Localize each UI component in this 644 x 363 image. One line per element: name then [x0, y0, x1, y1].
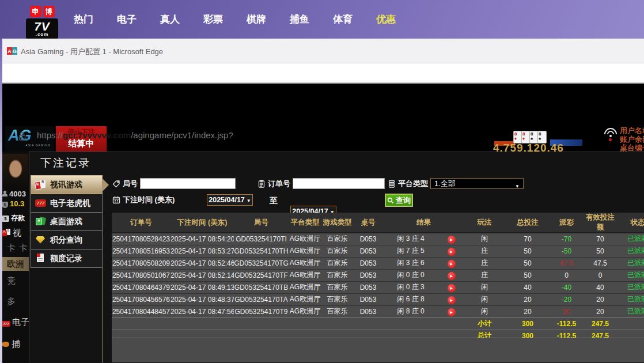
- database-icon: [388, 180, 396, 188]
- search-icon: [387, 197, 394, 204]
- top-nav-items: 热门电子真人彩票棋牌捕鱼体育优惠: [74, 0, 396, 39]
- col-header: 订单号: [112, 213, 171, 233]
- col-header: 下注时间 (美东): [171, 213, 234, 233]
- col-header: 桌号: [353, 213, 383, 233]
- clipboard-icon: [257, 180, 266, 188]
- site-logo[interactable]: 申 博 7V .com: [26, 6, 58, 39]
- col-header: 玩法: [464, 213, 505, 233]
- chevron-down-icon: ▼: [247, 198, 251, 203]
- browser-titlebar: AG Asia Gaming - 用户配置 1 - Microsoft Edge: [0, 39, 644, 63]
- video-cards-icon: 9K: [35, 180, 47, 190]
- replay-button[interactable]: ▶: [448, 284, 456, 292]
- logo-badge-shen: 申: [30, 6, 41, 17]
- date-from-select[interactable]: 2025/04/17▼: [207, 194, 253, 206]
- chevron-down-icon: ▼: [515, 181, 520, 191]
- nav-item-5[interactable]: 捕鱼: [290, 13, 309, 26]
- table-row: 2504170804643792025-04-17 08:49:13GD0532…: [112, 281, 644, 293]
- bg-menu-dianzi[interactable]: 777电子: [0, 317, 29, 328]
- round-number-input[interactable]: [140, 178, 236, 189]
- col-header: 状态: [618, 213, 644, 233]
- bg-menu-bu[interactable]: 捕: [0, 339, 20, 350]
- wifi-icon: [603, 127, 619, 139]
- site-nav-bar: 申 博 7V .com 热门电子真人彩票棋牌捕鱼体育优惠: [0, 0, 644, 39]
- search-button[interactable]: 查询: [385, 194, 413, 207]
- table-games-icon: ♣: [35, 217, 47, 227]
- user-avatar: [2, 154, 28, 191]
- bg-menu-card[interactable]: 卡卡: [0, 243, 31, 254]
- user-info-label: 账户余额: [620, 135, 644, 143]
- bet-records-table: 订单号下注时间 (美东)局号平台类型游戏类型桌号结果玩法总投注派彩有效投注额状态…: [112, 213, 644, 342]
- table-row: 2504170805010672025-04-17 08:52:14GD0532…: [112, 269, 644, 281]
- bg-menu-video[interactable]: 9K视: [0, 228, 21, 239]
- person-icon: [2, 191, 7, 196]
- col-header: 平台类型: [289, 213, 321, 233]
- col-header: 局号: [234, 213, 289, 233]
- online-count: 4003: [2, 190, 26, 198]
- mini-fish-icon: [2, 342, 9, 347]
- table-row: 2504170804565762025-04-17 08:48:37GD0532…: [112, 293, 644, 305]
- table-header-row: 订单号下注时间 (美东)局号平台类型游戏类型桌号结果玩法总投注派彩有效投注额状态: [112, 213, 644, 233]
- money-bag-icon: $: [2, 202, 8, 208]
- round-filter: 局号: [112, 178, 236, 189]
- sidebar-item-2[interactable]: ♣桌面游戏: [31, 212, 103, 231]
- replay-button[interactable]: ▶: [448, 248, 456, 256]
- col-header: 游戏类型: [321, 213, 353, 233]
- col-header: 结果: [383, 213, 464, 233]
- col-header: 派彩: [551, 213, 582, 233]
- mini-777-icon: 777: [2, 321, 10, 327]
- bet-time-label-group: 下注时间 (美东): [112, 195, 175, 205]
- col-header: 有效投注额: [582, 213, 618, 233]
- replay-button[interactable]: ▶: [448, 296, 456, 304]
- nav-item-7[interactable]: 优惠: [376, 13, 396, 26]
- browser-urlbar[interactable]: https://gci.7vvvvvv.com/agingame/pcv1/in…: [0, 63, 644, 84]
- platform-filter: 平台类型 1.全部▼: [388, 178, 524, 189]
- bg-menu-duo[interactable]: 多: [0, 296, 16, 307]
- modal-sidebar: 9K视讯游戏777电子老虎机♣桌面游戏积分查询额度记录: [31, 175, 103, 363]
- credit-record-icon: [35, 254, 47, 264]
- table-row: 2504170805284232025-04-17 08:54:20GD0532…: [112, 233, 644, 245]
- background-left-panel: 4003 $10.3 $存款 9K视 卡卡 欧洲 竞 多 777电子 捕: [0, 152, 29, 363]
- nav-item-0[interactable]: 热门: [74, 13, 93, 26]
- modal-title: 下注记录: [40, 156, 91, 171]
- bg-menu-jing[interactable]: 竞: [0, 275, 16, 286]
- window-edge-strip: [0, 39, 2, 363]
- window-title: Asia Gaming - 用户配置 1 - Microsoft Edge: [21, 47, 163, 57]
- subtotal-row: 小计300-112.5247.5: [112, 317, 644, 330]
- slot-777-icon: 777: [35, 198, 47, 209]
- user-info-labels: 用户名称账户余额桌台编号: [620, 126, 644, 152]
- nav-item-3[interactable]: 彩票: [203, 13, 223, 26]
- nav-item-2[interactable]: 真人: [160, 13, 180, 26]
- nav-item-6[interactable]: 体育: [333, 13, 353, 26]
- table-row: 2504170805169532025-04-17 08:53:27GD0532…: [112, 245, 644, 257]
- logo-7v-box: 7V .com: [26, 18, 58, 39]
- replay-button[interactable]: ▶: [448, 272, 456, 280]
- logo-badge-bo: 博: [43, 6, 55, 17]
- deposit-button[interactable]: $存款: [2, 213, 25, 223]
- replay-button[interactable]: ▶: [448, 308, 456, 316]
- sidebar-item-4[interactable]: 额度记录: [31, 249, 103, 268]
- bet-records-modal: 下注记录 9K视讯游戏777电子老虎机♣桌面游戏积分查询额度记录 局号 订单号 …: [29, 152, 644, 363]
- mini-cards-icon: 9K: [2, 229, 11, 237]
- table-row: 2504170805082092025-04-17 08:52:46GD0532…: [112, 257, 644, 269]
- nav-item-1[interactable]: 电子: [117, 13, 137, 26]
- user-info-label: 桌台编号: [620, 143, 644, 152]
- order-number-input[interactable]: [293, 178, 385, 189]
- sidebar-item-0[interactable]: 9K视讯游戏: [31, 175, 103, 194]
- replay-button[interactable]: ▶: [448, 236, 456, 244]
- address-url[interactable]: https://gci.7vvvvvv.com/agingame/pcv1/in…: [37, 130, 233, 140]
- user-info-label: 用户名称: [620, 126, 644, 135]
- replay-button[interactable]: ▶: [448, 260, 456, 268]
- table-row: 2504170804484572025-04-17 08:47:56GD0532…: [112, 305, 644, 317]
- tag-icon: [112, 180, 120, 188]
- balance-amount: $10.3: [2, 199, 24, 208]
- col-header: 总投注: [505, 213, 551, 233]
- calendar-icon: [112, 196, 120, 204]
- sidebar-item-3[interactable]: 积分查询: [31, 230, 103, 249]
- sidebar-item-1[interactable]: 777电子老虎机: [31, 194, 103, 213]
- nav-item-4[interactable]: 棋牌: [247, 13, 266, 26]
- table-empty-area: [112, 338, 644, 362]
- ag-favicon: AG: [7, 47, 17, 55]
- to-label: 至: [270, 196, 278, 206]
- bg-menu-europe[interactable]: 欧洲: [0, 257, 29, 271]
- platform-type-select[interactable]: 1.全部▼: [430, 178, 524, 189]
